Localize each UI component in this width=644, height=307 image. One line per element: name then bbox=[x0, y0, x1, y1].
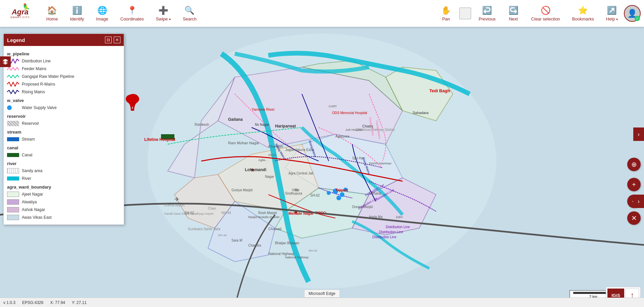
home-icon: 🏠 bbox=[47, 6, 57, 15]
legend-item-proposed-r-mains: Proposed R-Mains bbox=[7, 81, 120, 88]
swipe-icon: ➕ bbox=[158, 6, 168, 15]
next-icon: ↪️ bbox=[508, 6, 519, 15]
nav-help[interactable]: ↗️ Help ▾ bbox=[600, 0, 624, 27]
svg-text:Distribution Line: Distribution Line bbox=[372, 235, 396, 239]
legend-panel: Legend ⊟ ✕ w_pipeline Distribution Line bbox=[3, 34, 124, 225]
svg-text:Nagar: Nagar bbox=[265, 175, 274, 178]
svg-text:Gailana: Gailana bbox=[228, 117, 243, 122]
app-logo[interactable]: Agra SMART CITY 🦜 bbox=[0, 0, 40, 27]
svg-point-15 bbox=[336, 196, 341, 200]
user-avatar[interactable]: 👤 ✓ bbox=[624, 5, 641, 22]
svg-text:Distribution Line: Distribution Line bbox=[386, 225, 410, 229]
reset-icon: ✕ bbox=[631, 214, 637, 222]
svg-point-16 bbox=[327, 191, 331, 195]
previous-icon: ↩️ bbox=[482, 6, 492, 15]
svg-text:Agarpura: Agarpura bbox=[335, 135, 350, 138]
svg-text:+: + bbox=[131, 106, 133, 110]
compass-button[interactable]: ⊕ bbox=[627, 158, 641, 171]
chevron-right-icon: › bbox=[638, 131, 640, 138]
map-container[interactable]: + Lifeline Hospital ✈ Kheria Airport ★ ★… bbox=[0, 27, 644, 307]
svg-text:Zahri: Zahri bbox=[396, 215, 403, 219]
nav-home[interactable]: 🏠 Home bbox=[40, 0, 64, 27]
legend-item-river: River bbox=[7, 175, 120, 182]
legend-item-distribution-line: Distribution Line bbox=[7, 58, 120, 64]
layers-icon bbox=[2, 58, 9, 65]
legend-label-feeder-mains: Feeder Mains bbox=[22, 66, 46, 71]
nav-next-label: Next bbox=[509, 16, 518, 21]
legend-item-canal: Canal bbox=[7, 152, 120, 158]
nav-image[interactable]: 🌐 Image bbox=[90, 0, 114, 27]
epsg-code: EPSG:4326 bbox=[22, 300, 43, 305]
svg-text:Tedi Bagh: Tedi Bagh bbox=[429, 88, 450, 93]
svg-text:Yamuna River: Yamuna River bbox=[252, 107, 275, 111]
coordinates-icon: 📍 bbox=[127, 6, 137, 15]
zoom-in-button[interactable]: + bbox=[627, 178, 641, 191]
nav-identify[interactable]: ℹ️ Identify bbox=[64, 0, 90, 27]
right-panel-toggle2[interactable]: › bbox=[633, 195, 644, 208]
legend-item-gangajal: Gangajal Raw Water Pipeline bbox=[7, 73, 120, 80]
svg-text:Ash Hospital: Ash Hospital bbox=[345, 128, 363, 132]
nav-previous[interactable]: ↩️ Previous bbox=[473, 0, 502, 27]
svg-text:CART: CART bbox=[329, 105, 337, 108]
svg-text:NH-44: NH-44 bbox=[218, 234, 227, 237]
svg-text:Lifeline Hospital: Lifeline Hospital bbox=[144, 137, 175, 142]
nav-clear-selection[interactable]: 🚫 Clear selection bbox=[525, 0, 566, 27]
nav-image-label: Image bbox=[96, 16, 108, 21]
svg-text:Rishikesh: Rishikesh bbox=[195, 123, 209, 126]
identify-icon: ℹ️ bbox=[72, 6, 82, 15]
svg-text:Sahadara: Sahadara bbox=[413, 111, 429, 115]
bookmarks-icon: ⭐ bbox=[578, 6, 588, 15]
nav-search[interactable]: 🔍 Search bbox=[177, 0, 203, 27]
svg-text:Ram Mohan Nagar: Ram Mohan Nagar bbox=[228, 141, 259, 145]
svg-text:SH-62: SH-62 bbox=[310, 194, 320, 197]
svg-text:Hada Ma: Hada Ma bbox=[369, 215, 383, 219]
nav-swipe[interactable]: ➕ Swipe ▾ bbox=[150, 0, 177, 27]
svg-text:National Highway: National Highway bbox=[268, 252, 294, 256]
legend-label-alwatiya: Alwatiya bbox=[22, 200, 37, 204]
legend-label-river: River bbox=[22, 176, 31, 181]
svg-text:Lohamandi: Lohamandi bbox=[245, 167, 266, 172]
legend-close-button[interactable]: ✕ bbox=[114, 37, 120, 43]
legend-item-stream: Stream bbox=[7, 136, 120, 143]
legend-item-rising-mains: Rising Mains bbox=[7, 89, 120, 95]
nav-home-label: Home bbox=[46, 16, 58, 21]
svg-text:ODS Memorial Hospital: ODS Memorial Hospital bbox=[332, 111, 367, 115]
legend-item-water-supply-valve: Water Supply Valve bbox=[7, 104, 120, 111]
svg-text:Jagdishpura East: Jagdishpura East bbox=[285, 148, 314, 152]
search-icon: 🔍 bbox=[184, 6, 195, 15]
clear-selection-icon: 🚫 bbox=[541, 6, 551, 15]
avatar-check: ✓ bbox=[635, 16, 640, 21]
checkbox-area bbox=[459, 7, 471, 19]
image-icon: 🌐 bbox=[97, 6, 107, 15]
svg-text:Bhaijan Bhawan: Bhaijan Bhawan bbox=[275, 241, 299, 245]
legend-section-reservoir: reservoir bbox=[7, 114, 120, 119]
svg-point-14 bbox=[340, 192, 344, 197]
nav-pan-label: Pan bbox=[442, 16, 450, 21]
legend-label-canal: Canal bbox=[22, 153, 32, 157]
svg-text:Masjid Mustafa Quarter: Masjid Mustafa Quarter bbox=[248, 215, 280, 219]
legend-item-awas-vikas-east: Awas Vikas East bbox=[7, 214, 120, 221]
legend-minimize-button[interactable]: ⊟ bbox=[105, 37, 112, 43]
legend-label-distribution-line: Distribution Line bbox=[22, 59, 51, 63]
browser-tooltip: Microsoft Edge bbox=[304, 290, 340, 298]
legend-item-ashok-nagar: Ashok Nagar bbox=[7, 206, 120, 213]
nav-next[interactable]: ↪️ Next bbox=[502, 0, 525, 27]
nav-identify-label: Identify bbox=[70, 16, 84, 21]
nav-coordinates[interactable]: 📍 Coordinates bbox=[114, 0, 150, 27]
svg-text:National Highway: National Highway bbox=[285, 256, 309, 259]
legend-item-reservoir: Reservoir bbox=[7, 120, 120, 127]
legend-title: Legend bbox=[7, 37, 25, 43]
svg-text:Gosiya Masjid: Gosiya Masjid bbox=[231, 188, 253, 192]
zoom-in-icon: + bbox=[632, 181, 636, 189]
nav-pan[interactable]: ✋ Pan bbox=[434, 0, 458, 27]
app-version: v 1.0.3 bbox=[3, 300, 15, 305]
right-panel-toggle[interactable]: › bbox=[633, 127, 644, 141]
nav-search-label: Search bbox=[183, 16, 197, 21]
x-coordinate: X: 77.94 bbox=[50, 300, 65, 305]
legend-label-awas-vikas-east: Awas Vikas East bbox=[22, 215, 52, 220]
nav-bookmarks[interactable]: ⭐ Bookmarks bbox=[566, 0, 600, 27]
reset-button[interactable]: ✕ bbox=[627, 211, 641, 225]
svg-text:Nv Nagar: Nv Nagar bbox=[255, 123, 269, 126]
layers-toggle-button[interactable] bbox=[0, 56, 11, 67]
legend-item-feeder-mains: Feeder Mains bbox=[7, 65, 120, 72]
